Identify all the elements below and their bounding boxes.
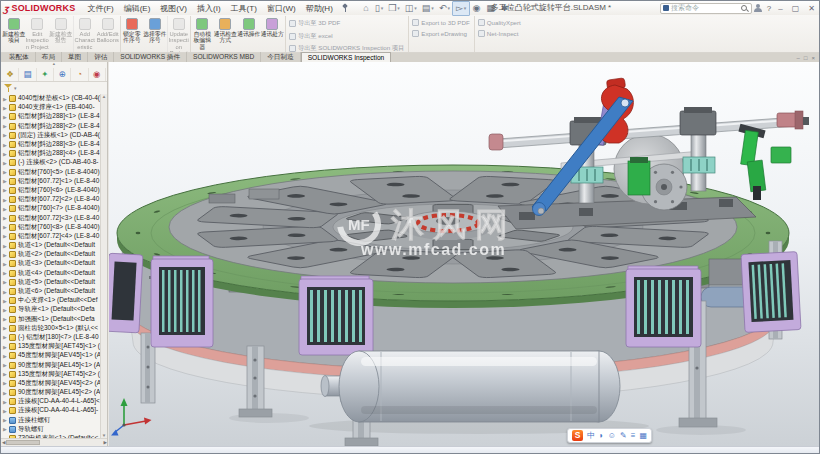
- tree-item[interactable]: ▶ 轨道<6> (Default<<Default: [1, 287, 100, 296]
- tree-item[interactable]: ▶ 铝型材[斜边288]<4> (LE-8-4: [1, 149, 100, 158]
- tree-item[interactable]: ▶ 铝型材[760]<6> (LE-8-4040): [1, 186, 100, 195]
- ribbon-button[interactable]: Add Characteristic: [73, 16, 97, 52]
- tree-item[interactable]: ▶ 铝型材[斜边288]<3> (LE-8-4: [1, 140, 100, 149]
- tree-item[interactable]: ▶ 铝型材[760]<5> (LE-8-4040): [1, 168, 100, 177]
- tree-item[interactable]: ▶ 铝型材[607.72]<1> (LE-8-40: [1, 177, 100, 186]
- tree-item[interactable]: ▶ 连接板[CD-AA-40-4-L-A65]<: [1, 397, 100, 406]
- tree-item[interactable]: ▶ (-) 连接板<2> (CD-AB-40-8-: [1, 158, 100, 167]
- search-icon[interactable]: [740, 4, 749, 13]
- tree-item[interactable]: ▶ 铝型材[760]<8> (LE-8-4040): [1, 223, 100, 232]
- panel-tab-icon[interactable]: ⊕: [54, 68, 71, 81]
- tree-item[interactable]: ▶ 轨道<3> (Default<<Default: [1, 259, 100, 268]
- menu-item[interactable]: 插入(I): [192, 3, 226, 14]
- doc-close-icon[interactable]: ×: [811, 55, 815, 61]
- export-item[interactable]: 导出至 excel: [289, 32, 404, 41]
- close-button[interactable]: ✕: [806, 4, 817, 13]
- ime-icon[interactable]: ◗: [599, 429, 604, 443]
- ime-icon[interactable]: ≡: [631, 429, 636, 443]
- menu-item[interactable]: 文件(F): [82, 3, 118, 14]
- tree-item[interactable]: ▶ 轨道<1> (Default<<Default: [1, 241, 100, 250]
- menu-item[interactable]: 窗口(W): [262, 3, 301, 14]
- filter-caret-icon[interactable]: ▾: [14, 85, 17, 91]
- panel-tab-icon[interactable]: ◔: [71, 68, 88, 81]
- pin-icon[interactable]: [342, 3, 349, 13]
- tree-horizontal-scrollbar[interactable]: ◀▶: [1, 438, 108, 446]
- tree-item[interactable]: ▶ 导轨螺钉: [1, 425, 100, 434]
- tree-item[interactable]: ▶ 铝型材[斜边288]<1> (LE-8-4: [1, 112, 100, 121]
- scrollbar-thumb[interactable]: [6, 440, 40, 445]
- ime-icon[interactable]: ▦: [639, 429, 647, 443]
- tree-item[interactable]: ▶ 轨道<2> (Default<<Default: [1, 250, 100, 259]
- panel-tab-icon[interactable]: ❖: [2, 68, 19, 81]
- ribbon-button[interactable]: 新建检查报告: [49, 16, 73, 52]
- ribbon-button[interactable]: 通讯检查方式: [214, 16, 238, 52]
- tree-item[interactable]: ▶ 连接板[CD-AA-40-4-L-A65]-: [1, 406, 100, 415]
- quickbar-icon[interactable]: ◫▾: [402, 2, 419, 15]
- ribbon-button[interactable]: Add/Edit Balloons: [96, 16, 120, 52]
- quickbar-icon[interactable]: ⌂: [361, 2, 372, 15]
- ribbon-button[interactable]: 通讯处方: [261, 16, 285, 52]
- quickbar-icon[interactable]: ↶▾: [436, 2, 452, 15]
- filter-icon[interactable]: [4, 83, 13, 92]
- search-input[interactable]: 搜索命令: [660, 3, 752, 14]
- menu-item[interactable]: 帮助(H): [301, 3, 338, 14]
- tree-item[interactable]: ▶ 中心支撑<1> (Default<<Def: [1, 296, 100, 305]
- cloud-item[interactable]: Net-Inspect: [478, 30, 521, 37]
- command-tab[interactable]: 布局: [36, 52, 62, 62]
- panel-tab-icon[interactable]: ◉: [89, 68, 106, 81]
- menu-item[interactable]: 工具(T): [226, 3, 262, 14]
- tree-vertical-scrollbar[interactable]: ▲▼: [100, 94, 107, 438]
- command-tab[interactable]: 今日制造: [261, 52, 300, 62]
- tree-item[interactable]: ▶ 圆柱齿轮300×5<1> (默认<<: [1, 324, 100, 333]
- menu-item[interactable]: 编辑(E): [119, 3, 156, 14]
- export-item[interactable]: Export eDrawing: [412, 30, 470, 37]
- command-tab[interactable]: SOLIDWORKS Inspection: [301, 52, 392, 62]
- ribbon-button[interactable]: 自动模板编辑器: [190, 16, 214, 52]
- tree-item[interactable]: ▶ 加强圈<1> (Default<<Defa: [1, 315, 100, 324]
- command-tab[interactable]: SOLIDWORKS 插件: [114, 52, 187, 62]
- ribbon-button[interactable]: 新建检查项目: [2, 16, 26, 52]
- doc-minimize-icon[interactable]: –: [797, 55, 800, 61]
- quickbar-icon[interactable]: ▤▾: [419, 2, 436, 15]
- quickbar-icon[interactable]: ❒▾: [386, 2, 403, 15]
- command-tab[interactable]: 评估: [88, 52, 114, 62]
- tree-item[interactable]: ▶ 轨道<4> (Default<<Default: [1, 269, 100, 278]
- tree-item[interactable]: ▶ 4040支撑座<1> (EB-4040-: [1, 103, 100, 112]
- tree-item[interactable]: ▶ 45度型材脚架[AEV45]<2> (A: [1, 379, 100, 388]
- doc-restore-icon[interactable]: □: [804, 55, 808, 61]
- quickbar-icon[interactable]: ▯▾: [372, 2, 385, 15]
- ribbon-button[interactable]: 通讯操作: [237, 16, 261, 52]
- tree-item[interactable]: ▶ 铝型材[760]<7> (LE-8-4040): [1, 204, 100, 213]
- tree-item[interactable]: ▶ (-) 铝型材[180]<7> (LE-8-40: [1, 333, 100, 342]
- ime-icon[interactable]: 中: [587, 429, 595, 443]
- help-menu[interactable]: ?: [767, 4, 771, 13]
- tree-item[interactable]: ▶ 135度型材脚架[AET45]<1> (: [1, 342, 100, 351]
- ime-icon[interactable]: ✎: [620, 429, 627, 443]
- command-tab[interactable]: 草图: [62, 52, 88, 62]
- panel-tab-icon[interactable]: ▤: [19, 68, 36, 81]
- menu-item[interactable]: 视图(V): [155, 3, 192, 14]
- ribbon-button[interactable]: 锁定零件序号: [120, 16, 144, 52]
- tree-item[interactable]: ▶ 铝型材[607.72]<3> (LE-8-40: [1, 213, 100, 222]
- tree-item[interactable]: ▶ 导轨座<1> (Default<<Defa: [1, 305, 100, 314]
- tree-item[interactable]: ▶ 铝型材[607.72]<2> (LE-8-40: [1, 195, 100, 204]
- command-tab[interactable]: SOLIDWORKS MBD: [187, 52, 261, 62]
- ime-icon[interactable]: ☺: [608, 429, 616, 443]
- login-icon[interactable]: [754, 4, 762, 13]
- ime-logo-icon[interactable]: S: [572, 430, 583, 441]
- command-tab[interactable]: 装配体: [3, 52, 36, 62]
- tree-item[interactable]: ▶ 90度型材脚架[AEL45]<1> (A: [1, 360, 100, 369]
- tree-item[interactable]: ▶ 铝型材[斜边288]<2> (LE-8-4: [1, 122, 100, 131]
- export-item[interactable]: 导出至 3D PDF: [289, 19, 404, 28]
- restore-button[interactable]: ▢: [790, 4, 802, 13]
- tree-item[interactable]: ▶ 135度型材脚架[AET45]<2> (: [1, 370, 100, 379]
- tree-item[interactable]: ▶ 45度型材脚架[AEV45]<1> (A: [1, 351, 100, 360]
- ribbon-button[interactable]: Update Inspection Project: [167, 16, 191, 52]
- tree-item[interactable]: ▶ 90度型材脚架[AEL45]<2> (A: [1, 388, 100, 397]
- tree-item[interactable]: ▶ 铝型材[607.72]<4> (LE-8-40: [1, 232, 100, 241]
- ribbon-button[interactable]: 选择零件序号: [143, 16, 167, 52]
- tree-item[interactable]: ▶ 轨道<5> (Default<<Default: [1, 278, 100, 287]
- graphics-viewport[interactable]: MF 沐风网 www.mfcad.com: [109, 62, 820, 446]
- panel-tab-icon[interactable]: ✦: [37, 68, 54, 81]
- export-item[interactable]: Export to 3D PDF: [412, 19, 470, 26]
